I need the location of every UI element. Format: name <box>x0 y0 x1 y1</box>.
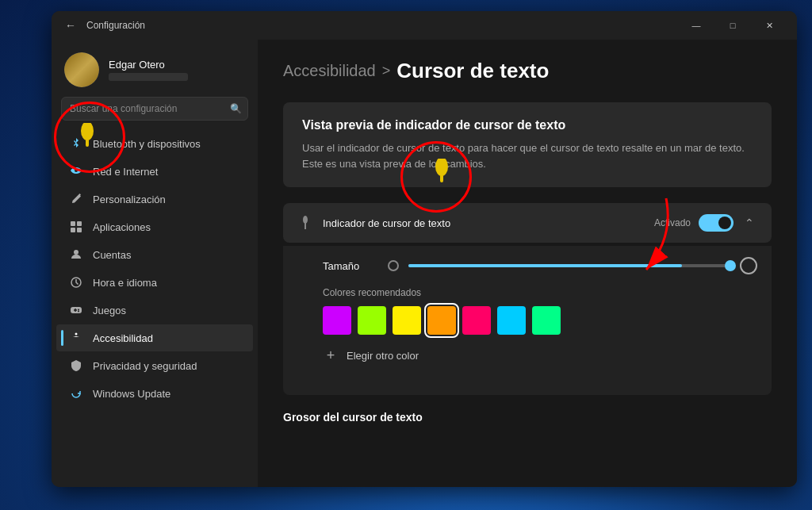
add-color-label: Elegir otro color <box>347 350 419 362</box>
time-label: Hora e idioma <box>93 277 157 289</box>
svg-point-9 <box>75 333 78 336</box>
preview-title: Vista previa de indicador de cursor de t… <box>302 118 753 132</box>
breadcrumb: Accesibilidad > Cursor de texto <box>283 59 772 83</box>
network-label: Red e Internet <box>93 166 158 178</box>
minimize-button[interactable]: — <box>678 11 714 40</box>
expanded-section: Tamaño Colores recomendados <box>283 246 772 395</box>
network-icon <box>69 164 83 178</box>
user-info: Edgar Otero <box>109 59 245 81</box>
indicator-toggle[interactable] <box>699 214 733 232</box>
time-icon <box>69 275 83 290</box>
indicator-header: Indicador de cursor de texto Activado ⌃ <box>297 214 757 232</box>
size-slider-fill <box>408 264 682 267</box>
size-slider-thumb[interactable] <box>725 260 736 271</box>
svg-rect-11 <box>304 223 306 229</box>
accessibility-icon <box>69 331 83 345</box>
color-swatch-orange[interactable] <box>427 306 456 335</box>
svg-rect-3 <box>77 228 82 232</box>
svg-rect-1 <box>77 221 82 226</box>
privacy-label: Privacidad y seguridad <box>93 360 197 372</box>
cursor-icon <box>297 215 313 231</box>
thickness-title: Grosor del cursor de texto <box>283 401 772 424</box>
breadcrumb-parent: Accesibilidad <box>283 62 376 80</box>
user-section[interactable]: Edgar Otero <box>52 40 258 97</box>
nav-item-apps[interactable]: Aplicaciones <box>56 213 253 240</box>
preview-card: Vista previa de indicador de cursor de t… <box>283 102 772 187</box>
personalization-label: Personalización <box>93 194 166 205</box>
color-swatches <box>323 306 757 335</box>
indicator-left: Indicador de cursor de texto <box>297 215 450 231</box>
nav-item-privacy[interactable]: Privacidad y seguridad <box>56 352 253 379</box>
colors-section: Colores recomendados + Elegir otro color <box>323 287 757 368</box>
preview-description: Usar el indicador de cursor de texto par… <box>302 140 753 171</box>
svg-rect-0 <box>71 221 75 226</box>
preview-desc-text: Usar el indicador de cursor de texto par… <box>302 142 745 170</box>
gaming-icon <box>69 303 83 317</box>
indicator-setting-row: Indicador de cursor de texto Activado ⌃ <box>283 203 772 243</box>
svg-point-7 <box>78 309 79 311</box>
search-input[interactable] <box>61 97 248 121</box>
settings-window: ← Configuración — □ ✕ Edgar Otero <box>52 11 797 487</box>
bluetooth-label: Bluetooth y dispositivos <box>93 138 201 150</box>
nav-item-accessibility[interactable]: Accesibilidad <box>56 324 253 351</box>
user-email <box>109 73 188 81</box>
add-color-button[interactable]: + Elegir otro color <box>323 343 757 368</box>
accounts-icon <box>69 247 83 262</box>
window-controls: — □ ✕ <box>678 11 787 40</box>
indicator-status: Activado <box>654 217 691 228</box>
nav-item-windows-update[interactable]: Windows Update <box>56 380 253 407</box>
expand-chevron[interactable]: ⌃ <box>741 215 757 231</box>
close-button[interactable]: ✕ <box>751 11 787 40</box>
nav-item-gaming[interactable]: Juegos <box>56 297 253 324</box>
search-box: 🔍 <box>61 97 248 121</box>
nav-item-accounts[interactable]: Cuentas <box>56 241 253 268</box>
nav-item-time[interactable]: Hora e idioma <box>56 269 253 296</box>
search-icon: 🔍 <box>230 103 242 114</box>
personalization-icon <box>69 192 83 206</box>
color-swatch-yellow[interactable] <box>393 306 421 335</box>
avatar-image <box>64 52 99 87</box>
indicator-label: Indicador de cursor de texto <box>323 217 450 229</box>
windows-update-label: Windows Update <box>93 388 170 400</box>
color-swatch-purple[interactable] <box>323 306 351 335</box>
color-swatch-cyan[interactable] <box>497 306 526 335</box>
indicator-right: Activado ⌃ <box>654 214 757 232</box>
color-swatch-pink[interactable] <box>462 306 491 335</box>
bluetooth-icon <box>69 136 83 151</box>
right-panel: Accesibilidad > Cursor de texto Vista pr… <box>258 40 797 487</box>
color-swatch-lime[interactable] <box>358 306 386 335</box>
size-icon-large <box>740 257 757 274</box>
svg-rect-2 <box>71 228 75 232</box>
size-label: Tamaño <box>323 260 378 272</box>
gaming-label: Juegos <box>93 305 126 316</box>
sidebar: Edgar Otero 🔍 Bluetooth y dispositivos <box>52 40 258 487</box>
size-slider-track[interactable] <box>408 264 730 267</box>
plus-icon: + <box>323 347 339 363</box>
main-content: Edgar Otero 🔍 Bluetooth y dispositivos <box>52 40 797 487</box>
svg-point-10 <box>303 216 308 224</box>
accessibility-label: Accesibilidad <box>93 332 153 344</box>
back-button[interactable]: ← <box>61 16 80 35</box>
title-bar: ← Configuración — □ ✕ <box>52 11 797 40</box>
apps-icon <box>69 220 83 234</box>
colors-label: Colores recomendados <box>323 287 757 298</box>
privacy-icon <box>69 359 83 373</box>
svg-point-8 <box>78 311 79 313</box>
accounts-label: Cuentas <box>93 249 131 261</box>
user-name: Edgar Otero <box>109 59 245 71</box>
apps-label: Aplicaciones <box>93 221 151 233</box>
windows-update-icon <box>69 386 83 401</box>
maximize-button[interactable]: □ <box>714 11 751 40</box>
size-icon-small <box>388 260 399 271</box>
color-swatch-green[interactable] <box>532 306 561 335</box>
avatar <box>64 52 99 87</box>
nav-item-bluetooth[interactable]: Bluetooth y dispositivos <box>56 130 253 157</box>
breadcrumb-separator: > <box>382 63 391 79</box>
nav-item-network[interactable]: Red e Internet <box>56 158 253 185</box>
breadcrumb-current: Cursor de texto <box>396 59 549 83</box>
nav-item-personalization[interactable]: Personalización <box>56 186 253 213</box>
window-title: Configuración <box>86 20 678 31</box>
size-row: Tamaño <box>323 257 757 274</box>
svg-point-4 <box>74 250 79 255</box>
